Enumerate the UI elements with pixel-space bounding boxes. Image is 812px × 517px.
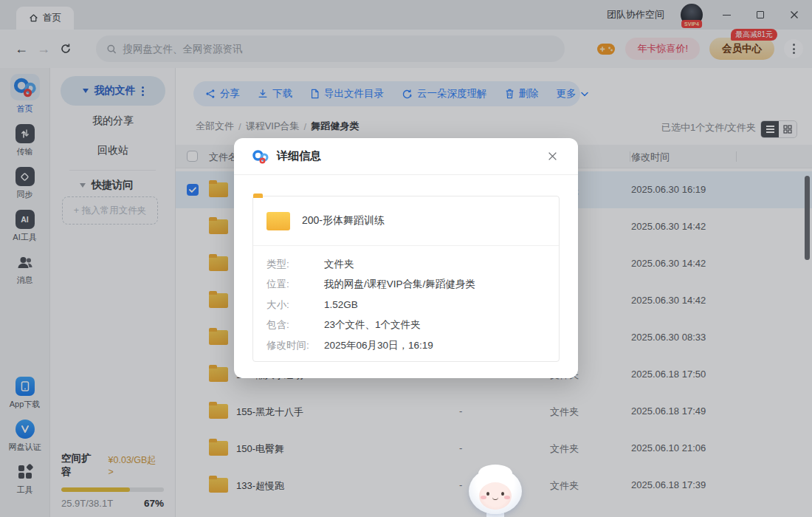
detail-value: 1.52GB [324,299,358,310]
netdisk-logo-icon [252,149,269,164]
detail-box: 200-形体舞蹈训练 类型: 文件夹 位置: 我的网盘/课程VIP合集/舞蹈健身… [252,196,560,362]
modal-close-button[interactable] [544,148,560,165]
detail-folder-name: 200-形体舞蹈训练 [302,214,385,227]
detail-label: 类型: [266,258,324,271]
detail-label: 位置: [266,278,324,291]
detail-row: 包含: 23个文件、1个文件夹 [266,315,546,336]
detail-row: 位置: 我的网盘/课程VIP合集/舞蹈健身类 [266,275,546,295]
assistant-mascot[interactable] [467,462,524,517]
detail-label: 包含: [266,318,324,332]
detail-row: 大小: 1.52GB [266,295,546,315]
detail-value: 文件夹 [324,258,354,271]
app-window: 首页 团队协作空间 SVIP4 ← → 年卡惊喜价! 最 [0,0,812,517]
detail-label: 修改时间: [266,339,324,352]
detail-row: 类型: 文件夹 [266,254,546,275]
detail-value: 2025年06月30日，16:19 [324,339,433,352]
detail-row: 修改时间: 2025年06月30日，16:19 [266,335,546,356]
detail-value: 23个文件、1个文件夹 [324,318,421,332]
detail-label: 大小: [266,298,324,312]
detail-value: 我的网盘/课程VIP合集/舞蹈健身类 [324,278,475,291]
detail-rows: 类型: 文件夹 位置: 我的网盘/课程VIP合集/舞蹈健身类 大小: 1.52G… [253,246,559,356]
folder-icon [266,212,290,230]
details-modal: 详细信息 200-形体舞蹈训练 类型: 文件夹 位置: [234,138,578,378]
modal-title: 详细信息 [277,149,321,163]
close-icon [548,151,557,161]
